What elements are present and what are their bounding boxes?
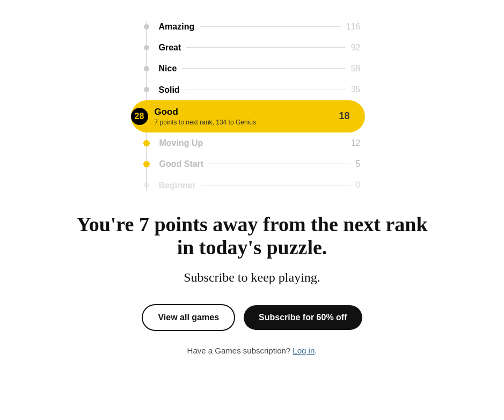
rank-dot-great — [144, 45, 149, 50]
rank-item-inner-amazing: Amazing 116 — [159, 21, 365, 32]
rank-item-good: 28 Good 7 points to next rank, 134 to Ge… — [131, 100, 365, 132]
rank-score-good: 18 — [339, 110, 356, 122]
rank-separator-solid — [185, 90, 346, 90]
rank-dot-amazing — [144, 24, 149, 30]
rank-dot-moving-up — [143, 140, 150, 146]
rank-current-badge: 28 — [131, 108, 148, 125]
main-container: Amazing 116 Great 92 Nice — [0, 0, 504, 420]
rank-dot-beginner — [144, 182, 149, 188]
rank-score-amazing: 116 — [346, 22, 365, 32]
rank-item-inner-nice: Nice 58 — [159, 63, 365, 73]
rank-item-moving-up: Moving Up 12 — [140, 132, 365, 153]
rank-item-inner-moving-up: Moving Up 12 — [159, 138, 365, 148]
rank-name-great: Great — [159, 42, 181, 53]
subscribe-button[interactable]: Subscribe for 60% off — [244, 305, 362, 330]
rank-score-moving-up: 12 — [351, 138, 365, 148]
rank-score-nice: 58 — [351, 64, 365, 73]
rank-item-amazing: Amazing 116 — [140, 16, 365, 37]
rank-item-inner-good-start: Good Start 5 — [159, 159, 365, 169]
rank-separator-amazing — [200, 26, 341, 27]
rank-item-beginner: Beginner 0 — [140, 175, 365, 196]
rank-separator-good-start — [209, 164, 350, 164]
rank-score-solid: 35 — [351, 85, 365, 94]
rank-name-nice: Nice — [159, 63, 177, 73]
subheadline: Subscribe to keep playing. — [184, 270, 320, 285]
rank-separator-great — [186, 47, 345, 48]
buttons-row: View all games Subscribe for 60% off — [142, 304, 362, 331]
rank-name-amazing: Amazing — [159, 21, 195, 32]
rank-separator-beginner — [201, 185, 350, 186]
rank-name-good-start: Good Start — [159, 159, 204, 169]
view-all-games-button[interactable]: View all games — [142, 304, 235, 331]
rank-item-good-start: Good Start 5 — [140, 153, 365, 174]
rank-dot-solid — [144, 87, 149, 92]
rank-separator-nice — [182, 68, 345, 69]
rank-dot-good-start — [143, 161, 150, 167]
footer-label: Have a Games subscription? — [187, 346, 291, 355]
rank-name-good: Good — [155, 107, 256, 117]
rank-item-inner-great: Great 92 — [159, 42, 365, 53]
rank-separator-moving-up — [208, 143, 345, 143]
footer-punctuation: . — [315, 346, 317, 355]
rank-item-inner-solid: Solid 35 — [159, 85, 365, 95]
ranks-list: Amazing 116 Great 92 Nice — [140, 16, 365, 196]
rank-subtitle-good: 7 points to next rank, 134 to Genius — [155, 119, 256, 126]
rank-item-great: Great 92 — [140, 37, 365, 58]
rank-item-inner-beginner: Beginner 0 — [159, 180, 365, 190]
rank-name-solid: Solid — [159, 85, 180, 95]
rank-score-good-start: 5 — [356, 159, 365, 169]
login-link[interactable]: Log in — [293, 346, 315, 355]
rank-score-great: 92 — [351, 43, 365, 53]
headline: You're 7 points away from the next rank … — [70, 213, 435, 260]
rank-name-moving-up: Moving Up — [159, 138, 203, 148]
rank-dot-nice — [144, 66, 149, 71]
footer-text: Have a Games subscription? Log in. — [187, 346, 317, 355]
rank-current-left: 28 Good 7 points to next rank, 134 to Ge… — [131, 107, 339, 126]
rank-score-beginner: 0 — [356, 180, 365, 190]
rank-item-nice: Nice 58 — [140, 58, 365, 79]
ranks-section: Amazing 116 Great 92 Nice — [140, 16, 365, 196]
rank-name-group-good: Good 7 points to next rank, 134 to Geniu… — [155, 107, 256, 126]
rank-name-beginner: Beginner — [159, 180, 196, 190]
rank-item-solid: Solid 35 — [140, 79, 365, 100]
